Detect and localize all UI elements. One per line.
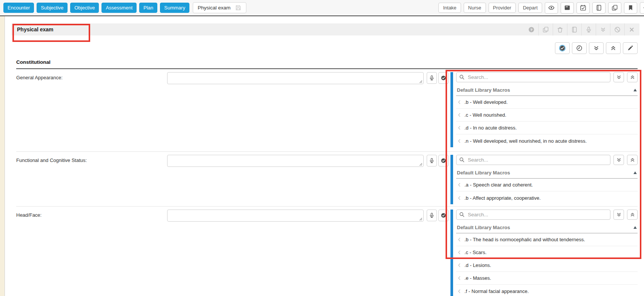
- close-icon: [629, 26, 635, 33]
- field-label: Functional and Cognitive Status:: [16, 155, 167, 163]
- collapse-all-button[interactable]: [606, 42, 621, 54]
- dictation-button[interactable]: [427, 72, 437, 84]
- exam-textarea[interactable]: [167, 72, 424, 84]
- trash-icon: [557, 26, 563, 33]
- section-title-constitutional: Constitutional: [16, 59, 638, 69]
- dictation-button[interactable]: [427, 210, 437, 221]
- resize-handle-icon[interactable]: [419, 217, 423, 221]
- resize-handle-icon[interactable]: [419, 162, 423, 166]
- nav-button-plan[interactable]: Plan: [139, 3, 157, 13]
- exam-textarea[interactable]: [167, 155, 424, 167]
- nav-button-objective[interactable]: Objective: [70, 3, 99, 13]
- expand-macros-button[interactable]: [613, 210, 624, 220]
- macro-item[interactable]: .d - In no acute distress.: [456, 122, 638, 134]
- copy-button[interactable]: [608, 2, 621, 14]
- copy-section-button[interactable]: [538, 23, 553, 35]
- chevron-left-icon: [457, 125, 462, 130]
- triangle-up-icon: [633, 226, 637, 229]
- mark-reviewed-button[interactable]: [555, 42, 570, 54]
- schedule-button[interactable]: [576, 2, 590, 14]
- collapse-macros-button[interactable]: [627, 72, 638, 82]
- collapse-macros-button[interactable]: [627, 210, 638, 220]
- macro-item[interactable]: .f - Normal facial appearance.: [456, 285, 638, 296]
- delete-section-button[interactable]: [553, 23, 567, 35]
- mark-normal-button[interactable]: [438, 210, 449, 221]
- disable-section-button[interactable]: [610, 23, 624, 35]
- mark-normal-button[interactable]: [438, 155, 449, 166]
- search-icon: [459, 74, 465, 80]
- bookmark-icon: [627, 5, 634, 11]
- macro-item[interactable]: .b - Affect appropriate, cooperative.: [456, 191, 638, 204]
- microphone-icon: [429, 75, 435, 81]
- microphone-icon: [429, 213, 435, 218]
- macro-search-input[interactable]: [456, 210, 610, 220]
- document-tab-physical-exam[interactable]: Physical exam: [193, 2, 246, 13]
- macro-group-header[interactable]: Default Library Macros: [456, 223, 638, 233]
- expand-macros-button[interactable]: [613, 72, 624, 82]
- collapse-macros-button[interactable]: [627, 155, 638, 165]
- double-chevron-up-icon: [630, 212, 635, 217]
- calendar-check-icon: [580, 5, 586, 11]
- nav-button-summary[interactable]: Summary: [160, 3, 189, 13]
- chevron-left-icon: [457, 100, 462, 105]
- expand-all-button[interactable]: [589, 42, 604, 54]
- macro-item[interactable]: .d - Lesions.: [456, 259, 638, 272]
- resize-handle-icon[interactable]: [419, 80, 423, 83]
- microphone-icon: [586, 26, 592, 33]
- check-circle-icon: [441, 158, 446, 163]
- chevron-left-icon: [457, 113, 462, 117]
- macro-item[interactable]: .b - The head is normocephalic and witho…: [456, 233, 638, 246]
- expand-macros-button[interactable]: [613, 155, 624, 165]
- macro-item[interactable]: .c - Well nourished.: [456, 109, 638, 122]
- collapse-section-button[interactable]: [596, 23, 610, 35]
- macro-search-input[interactable]: [456, 155, 610, 165]
- nav-button-encounter[interactable]: Encounter: [3, 3, 34, 13]
- macro-list: .a - Speech clear and coherent. .b - Aff…: [456, 179, 638, 204]
- library-section-button[interactable]: [567, 23, 581, 35]
- panel-header: Physical exam: [11, 23, 639, 35]
- check-circle-icon: [441, 213, 446, 218]
- edit-button[interactable]: [623, 42, 638, 54]
- role-button-nurse[interactable]: Nurse: [464, 3, 486, 13]
- macro-group-header[interactable]: Default Library Macros: [456, 86, 638, 96]
- macro-group-title: Default Library Macros: [457, 225, 510, 230]
- mark-normal-button[interactable]: [438, 72, 449, 84]
- bookmark-button[interactable]: [624, 2, 637, 14]
- nav-button-subjective[interactable]: Subjective: [37, 3, 68, 13]
- double-chevron-down-icon: [593, 45, 599, 51]
- preview-button[interactable]: [545, 2, 558, 14]
- macro-search-input[interactable]: [456, 72, 610, 82]
- panel-header-icons: [524, 23, 639, 35]
- panel-title: Physical exam: [17, 26, 54, 32]
- exam-textarea[interactable]: [167, 210, 424, 222]
- double-chevron-up-icon: [630, 74, 635, 80]
- top-toolbar: Encounter Subjective Objective Assessmen…: [0, 0, 644, 16]
- history-button[interactable]: [572, 42, 587, 54]
- close-section-button[interactable]: [624, 23, 639, 35]
- archive-button[interactable]: [561, 2, 574, 14]
- exam-row-head-face: Head/Face: Default Library Macros .b - T…: [16, 206, 638, 296]
- role-button-intake[interactable]: Intake: [438, 3, 461, 13]
- chevron-left-icon: [457, 263, 462, 268]
- library-button[interactable]: [592, 2, 606, 14]
- macro-item[interactable]: .e - Masses.: [456, 272, 638, 285]
- help-button[interactable]: [524, 23, 538, 35]
- collapsed-sidebar-strip: [0, 16, 5, 296]
- save-icon: [235, 5, 241, 11]
- copy-pages-icon: [543, 26, 549, 33]
- settings-button[interactable]: [640, 2, 644, 14]
- dictation-button[interactable]: [427, 155, 437, 166]
- macro-item[interactable]: .b - Well developed.: [456, 96, 638, 109]
- macro-item[interactable]: .a - Speech clear and coherent.: [456, 179, 638, 191]
- role-button-depart[interactable]: Depart: [518, 3, 542, 13]
- ban-icon: [614, 26, 621, 33]
- macro-item[interactable]: .n - Well developed, well nourished, in …: [456, 134, 638, 147]
- macro-group-title: Default Library Macros: [457, 170, 510, 176]
- role-button-provider[interactable]: Provider: [489, 3, 516, 13]
- macro-group-header[interactable]: Default Library Macros: [456, 168, 638, 179]
- dictate-section-button[interactable]: [581, 23, 596, 35]
- nav-button-assessment[interactable]: Assessment: [101, 3, 137, 13]
- book-icon: [571, 26, 578, 33]
- macro-item[interactable]: .c - Scars.: [456, 246, 638, 259]
- macro-search-wrap: [456, 72, 610, 82]
